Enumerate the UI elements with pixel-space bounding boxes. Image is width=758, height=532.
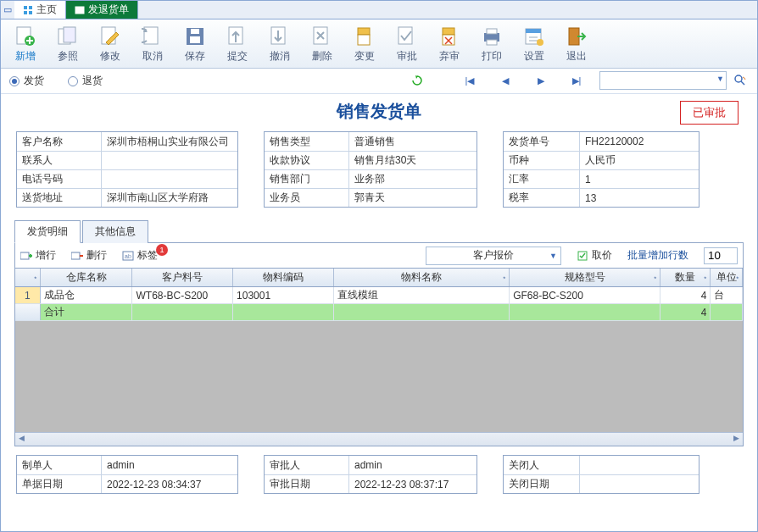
reject-button[interactable]: 弃审 [428,21,471,66]
nav-first[interactable]: |◀ [452,71,488,90]
label-approvedate: 审批日期 [265,475,349,493]
footer-form: 制单人admin 单据日期2022-12-23 08:34:37 审批人admi… [1,446,757,494]
edit-button[interactable]: 修改 [89,21,131,66]
cancel-button[interactable]: 取消 [131,21,174,66]
value-saletype[interactable]: 普通销售 [349,132,477,151]
grid-header-6[interactable]: 数量⭑ [660,269,711,286]
label-rate: 汇率 [504,170,580,188]
refresh-button[interactable] [399,71,435,90]
save-button[interactable]: 保存 [174,21,216,66]
total-label: 合计 [41,304,133,320]
document-title: 销售发货单 [337,100,421,123]
value-payment[interactable]: 销售月结30天 [349,152,477,169]
print-icon [480,25,504,48]
value-dept[interactable]: 业务部 [349,170,477,188]
tab-home-label: 主页 [36,3,57,17]
cell[interactable]: WT68-BC-S200 [132,287,233,303]
search-dropdown-icon[interactable]: ▼ [716,75,724,83]
getprice-button[interactable]: 取价 [577,248,612,263]
nav-last[interactable]: ▶| [559,71,594,90]
grid-header-3[interactable]: 物料编码 [233,269,334,286]
approved-stamp: 已审批 [680,101,738,125]
value-docno[interactable]: FH22120002 [580,132,699,151]
grid-header-4[interactable]: 物料名称⭑ [334,269,510,286]
search-input[interactable]: ▼ [599,71,727,90]
value-tax[interactable]: 13 [580,189,699,207]
revoke-icon [268,25,292,48]
ref-button[interactable]: 参照 [47,21,89,66]
document-title-row: 销售发货单 已审批 [1,94,757,128]
settings-button[interactable]: 设置 [513,21,555,66]
search-button[interactable] [732,72,749,89]
batch-input[interactable] [704,247,738,264]
cell[interactable]: 4 [660,287,711,303]
addrow-button[interactable]: 增行 [20,248,56,263]
cell[interactable]: 103001 [233,287,334,303]
value-approver: admin [349,456,477,474]
tab-home[interactable]: 主页 [14,1,66,19]
tab-delivery-return[interactable]: 发退货单 [66,1,138,19]
tab-other[interactable]: 其他信息 [82,220,148,243]
approve-button[interactable]: 审批 [386,21,428,66]
cell[interactable]: 直线模组 [334,287,510,303]
delrow-button[interactable]: 删行 [71,248,107,263]
value-contact[interactable] [102,152,237,169]
nav-prev[interactable]: ◀ [488,71,523,90]
price-combo[interactable]: 客户报价▼ [426,247,561,265]
value-closer [580,456,699,474]
value-phone[interactable] [102,170,237,188]
label-contact: 联系人 [17,152,102,169]
svg-rect-19 [399,27,412,44]
grid-header-5[interactable]: 规格型号⭑ [510,269,660,286]
svg-point-27 [537,39,543,46]
approve-icon [395,25,419,48]
submit-button[interactable]: 提交 [216,21,259,66]
radio-return[interactable]: 退货 [68,74,103,88]
window-tab-strip: ▭ 主页 发退货单 [1,1,757,19]
svg-rect-3 [29,11,32,14]
table-row[interactable]: 1成品仓WT68-BC-S200103001直线模组GF68-BC-S2004台 [15,287,743,304]
header-form: 客户名称深圳市梧桐山实业有限公司 联系人 电话号码 送货地址深圳市南山区大学府路… [1,128,757,211]
value-currency[interactable]: 人民币 [580,152,699,169]
exit-button[interactable]: 退出 [555,21,598,66]
label-address: 送货地址 [17,189,102,207]
revoke-button[interactable]: 撤消 [259,21,301,66]
detail-tabs: 发货明细 其他信息 [14,219,744,243]
grid-header-1[interactable]: 仓库名称 [41,269,133,286]
grid-header-7[interactable]: 单位⭑ [711,269,743,286]
print-button[interactable]: 打印 [471,21,513,66]
ref-icon [56,25,80,48]
label-phone: 电话号码 [17,170,102,188]
svg-rect-17 [358,28,370,35]
form-sale: 销售类型普通销售 收款协议销售月结30天 销售部门业务部 业务员郭青天 [264,131,477,208]
svg-rect-0 [24,6,27,9]
grid-header-2[interactable]: 客户料号 [132,269,233,286]
cell[interactable]: GF68-BC-S200 [510,287,660,303]
value-approvedate: 2022-12-23 08:37:17 [349,475,477,493]
svg-rect-23 [487,29,497,34]
value-address[interactable]: 深圳市南山区大学府路 [102,189,237,207]
main-toolbar: 新增 参照 修改 取消 保存 提交 撤消 删除 变更 审批 弃审 打印 设置 退… [1,19,757,69]
cell[interactable]: 台 [711,287,743,303]
label-button[interactable]: ab标签1 [122,248,173,263]
value-customer[interactable]: 深圳市梧桐山实业有限公司 [102,132,237,151]
grid-header-0[interactable]: ⭑ [15,269,41,286]
tab-detail[interactable]: 发货明细 [14,220,81,243]
radio-ship[interactable]: 发货 [9,74,44,88]
label-docdate: 单据日期 [17,475,102,493]
label-closedate: 关闭日期 [504,475,580,493]
change-button[interactable]: 变更 [343,21,386,66]
svg-rect-13 [191,29,199,34]
svg-rect-2 [24,11,27,14]
new-button[interactable]: 新增 [4,21,47,66]
delete-button[interactable]: 删除 [301,21,343,66]
value-rate[interactable]: 1 [580,170,699,188]
footer-approver: 审批人admin 审批日期2022-12-23 08:37:17 [264,455,477,494]
cell[interactable]: 成品仓 [41,287,133,303]
grid-scrollbar[interactable] [15,432,743,446]
form-customer: 客户名称深圳市梧桐山实业有限公司 联系人 电话号码 送货地址深圳市南山区大学府路 [16,131,238,208]
value-salesman[interactable]: 郭青天 [349,189,477,207]
nav-next[interactable]: ▶ [523,71,559,90]
value-maker: admin [102,456,237,474]
settings-icon [522,25,546,48]
